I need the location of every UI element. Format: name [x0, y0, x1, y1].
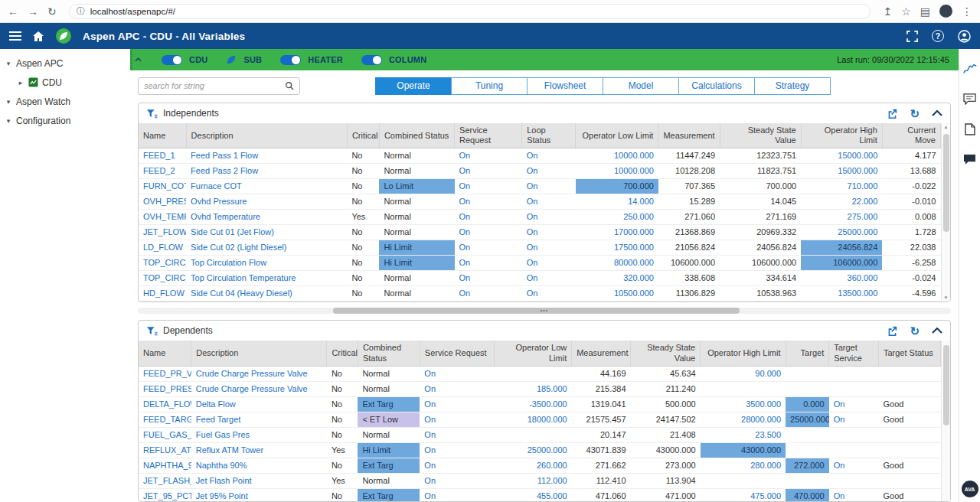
- table-row[interactable]: FEED_1Feed Pass 1 FlowNoNormalOnOn10000.…: [139, 148, 941, 164]
- cell-name[interactable]: HD_FLOW: [139, 286, 186, 302]
- annotation-icon[interactable]: [963, 64, 977, 75]
- cell-operator-high-limit[interactable]: 28000.000: [701, 412, 786, 427]
- horizontal-scrollbar[interactable]: •••: [138, 308, 951, 314]
- chevron-down-icon[interactable]: ▾: [5, 117, 12, 125]
- cell-operator-low-limit[interactable]: 18000.000: [495, 412, 572, 427]
- table-row[interactable]: NAPHTHA_90Naphtha 90%NoExt TargOn260.000…: [139, 458, 941, 473]
- user-icon[interactable]: [958, 30, 971, 43]
- table-row[interactable]: TOP_CIRC_TPTop Circulation TemperatureNo…: [139, 271, 941, 286]
- cell-service-request[interactable]: On: [455, 286, 522, 302]
- cell-operator-low-limit[interactable]: [495, 366, 572, 381]
- cell-operator-low-limit[interactable]: [495, 427, 572, 442]
- cell-operator-low-limit[interactable]: 17000.000: [576, 225, 658, 240]
- cell-operator-high-limit[interactable]: 90.000: [701, 366, 786, 381]
- open-in-new-icon[interactable]: [887, 109, 897, 119]
- column-header-measurement[interactable]: Measurement: [658, 123, 720, 148]
- table-row[interactable]: LD_FLOWSide Cut 02 (Light Diesel)NoHi Li…: [139, 240, 941, 256]
- table-row[interactable]: FEED_PR_VLVCrude Charge Pressure ValveNo…: [139, 366, 941, 381]
- sidebar-item-aspen-apc[interactable]: ▾Aspen APC: [0, 54, 130, 73]
- refresh-icon[interactable]: ↻: [910, 108, 920, 119]
- cell-operator-low-limit[interactable]: 320.000: [576, 271, 658, 286]
- column-header-current-move[interactable]: Current Move: [882, 123, 940, 148]
- cell-target[interactable]: 272.000: [786, 458, 829, 473]
- collapse-section-icon[interactable]: [932, 328, 942, 334]
- cell-operator-low-limit[interactable]: 10000.000: [576, 164, 658, 179]
- tab-model[interactable]: Model: [603, 77, 679, 95]
- column-header-loop-status[interactable]: Loop Status: [522, 123, 576, 148]
- chevron-right-icon[interactable]: ▸: [17, 79, 24, 86]
- table-row[interactable]: OVH_PRESSOvhd PressureNoNormalOnOn14.000…: [139, 194, 941, 210]
- cell-name[interactable]: FEED_PR_VLV: [139, 366, 191, 381]
- cell-target[interactable]: [786, 442, 829, 458]
- filter-icon[interactable]: [146, 326, 158, 336]
- cell-service-request[interactable]: On: [420, 442, 494, 458]
- hamburger-menu-icon[interactable]: [9, 31, 21, 41]
- aspen-leaf-icon[interactable]: [226, 54, 237, 65]
- cell-target-service[interactable]: [829, 427, 879, 442]
- toggle-column[interactable]: [361, 55, 382, 65]
- table-row[interactable]: JET_FLOWSide Cut 01 (Jet Flow)NoNormalOn…: [139, 225, 941, 240]
- cell-service-request[interactable]: On: [455, 225, 522, 240]
- cell-operator-low-limit[interactable]: 112.000: [495, 473, 572, 488]
- table-row[interactable]: JET_FLASH_TJet Flash PointYesNormalOn112…: [139, 473, 941, 488]
- table-row[interactable]: FURN_COTFurnace COTNoLo LimitOnOn700.000…: [139, 179, 941, 194]
- cell-name[interactable]: LD_FLOW: [139, 240, 186, 256]
- table-row[interactable]: FUEL_GAS_PRFuel Gas PresNoNormalOn20.147…: [139, 427, 941, 442]
- cell-target-service[interactable]: [829, 366, 879, 381]
- bookmark-star-icon[interactable]: ☆: [901, 6, 911, 17]
- column-header-service-request[interactable]: Service Request: [420, 341, 494, 366]
- site-info-icon[interactable]: ⓘ: [77, 5, 85, 17]
- cell-service-request[interactable]: On: [455, 148, 522, 164]
- sidebar-item-aspen-watch[interactable]: ▾Aspen Watch: [0, 92, 130, 111]
- column-header-operator-low-limit[interactable]: Operator Low Limit: [576, 123, 658, 148]
- cell-name[interactable]: FEED_PRESS: [139, 381, 191, 396]
- cell-loop-status[interactable]: On: [522, 194, 576, 210]
- cell-target-service[interactable]: [829, 442, 879, 458]
- ava-badge[interactable]: AVA: [962, 481, 978, 497]
- cell-service-request[interactable]: On: [455, 194, 522, 210]
- cell-operator-high-limit[interactable]: 43000.000: [701, 442, 786, 458]
- table-row[interactable]: FEED_PRESSCrude Charge Pressure ValveNoN…: [139, 381, 941, 396]
- cell-operator-high-limit[interactable]: 280.000: [701, 458, 786, 473]
- help-icon[interactable]: ?: [932, 30, 944, 42]
- cell-loop-status[interactable]: On: [522, 210, 576, 225]
- sidebar-item-cdu[interactable]: ▸CDU: [0, 73, 130, 92]
- cell-loop-status[interactable]: On: [522, 164, 576, 179]
- cell-name[interactable]: OVH_TEMP: [139, 210, 186, 225]
- column-header-steady-state-value[interactable]: Steady State Value: [720, 123, 801, 148]
- cell-service-request[interactable]: On: [455, 210, 522, 225]
- browser-menu-icon[interactable]: ⋮: [962, 6, 972, 17]
- column-header-operator-high-limit[interactable]: Operator High Limit: [701, 341, 786, 366]
- search-input[interactable]: [144, 81, 285, 90]
- column-header-description[interactable]: Description: [191, 341, 327, 366]
- cell-name[interactable]: FEED_2: [139, 164, 186, 179]
- column-header-target[interactable]: Target: [786, 341, 829, 366]
- address-bar[interactable]: ⓘ localhost/aspenapc/#/: [69, 4, 871, 19]
- scroll-up-icon[interactable]: ▲: [942, 125, 950, 129]
- cell-service-request[interactable]: On: [455, 240, 522, 256]
- tab-flowsheet[interactable]: Flowsheet: [527, 77, 603, 95]
- cell-operator-low-limit[interactable]: 250.000: [576, 210, 658, 225]
- cell-operator-high-limit[interactable]: 710.000: [801, 179, 882, 194]
- scrollbar-thumb[interactable]: [943, 345, 949, 425]
- reload-icon[interactable]: ↻: [47, 6, 57, 17]
- cell-operator-high-limit[interactable]: 22.000: [801, 194, 882, 210]
- cell-operator-high-limit[interactable]: 15000.000: [801, 148, 882, 164]
- cell-target[interactable]: [786, 366, 829, 381]
- cell-name[interactable]: FURN_COT: [139, 179, 186, 194]
- collapse-section-icon[interactable]: [932, 110, 942, 116]
- cell-operator-low-limit[interactable]: 80000.000: [576, 256, 658, 271]
- cell-target[interactable]: [786, 473, 829, 488]
- cell-name[interactable]: FEED_TARGET: [139, 412, 191, 427]
- cell-loop-status[interactable]: On: [522, 271, 576, 286]
- column-header-target-status[interactable]: Target Status: [878, 341, 940, 366]
- cell-operator-low-limit[interactable]: 25000.000: [495, 442, 572, 458]
- independents-scrollbar[interactable]: ▲ ▼: [941, 123, 950, 302]
- cell-loop-status[interactable]: On: [522, 179, 576, 194]
- cell-operator-high-limit[interactable]: 24056.824: [801, 240, 882, 256]
- cell-service-request[interactable]: On: [420, 396, 494, 412]
- column-header-name[interactable]: Name: [139, 341, 191, 366]
- cell-operator-high-limit[interactable]: 15000.000: [801, 164, 882, 179]
- cell-loop-status[interactable]: On: [522, 286, 576, 302]
- cell-loop-status[interactable]: On: [522, 240, 576, 256]
